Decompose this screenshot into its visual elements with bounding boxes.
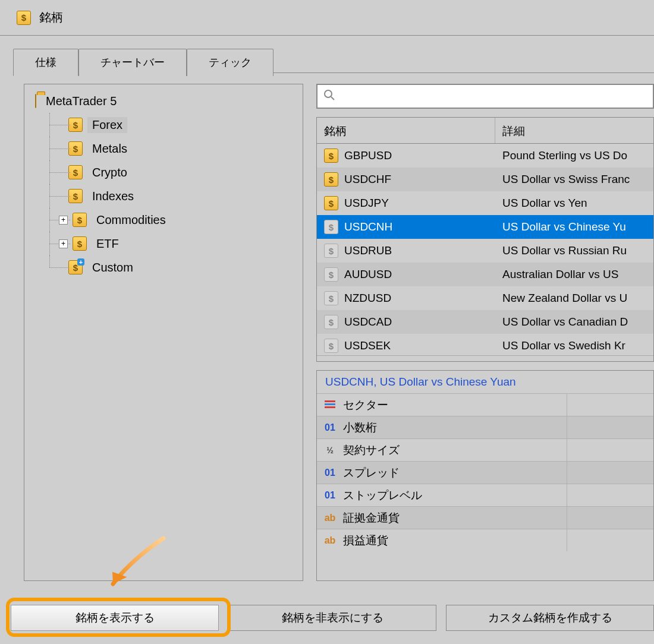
svg-rect-3 xyxy=(325,403,335,405)
tree-root[interactable]: MetaTrader 5 xyxy=(27,89,300,113)
table-row[interactable]: $GBPUSDPound Sterling vs US Do xyxy=(317,144,653,168)
detail-cell: New Zealand Dollar vs U xyxy=(495,292,653,305)
tree-item-crypto[interactable]: $Crypto xyxy=(27,160,300,184)
svg-point-0 xyxy=(325,90,332,97)
show-symbol-button[interactable]: 銘柄を表示する xyxy=(11,605,219,631)
table-row[interactable]: $USDJPYUS Dollar vs Yen xyxy=(317,191,653,215)
detail-cell: Pound Sterling vs US Do xyxy=(495,149,653,162)
column-symbol-header[interactable]: 銘柄 xyxy=(317,118,495,143)
tree-item-label: Commodities xyxy=(92,212,171,228)
property-row[interactable]: 01ストップレベル xyxy=(317,484,653,506)
tree-item-label: Crypto xyxy=(87,165,132,181)
tree-item-forex[interactable]: $Forex xyxy=(27,113,300,137)
tab-body: MetaTrader 5 $Forex$Metals$Crypto$Indexe… xyxy=(13,72,654,592)
tree-item-commodities[interactable]: +$Commodities xyxy=(27,208,300,232)
symbol-cell: $USDJPY xyxy=(317,196,495,210)
expand-button[interactable]: + xyxy=(59,216,68,225)
dollar-icon: $ xyxy=(324,291,338,305)
table-row[interactable]: $USDSEKUS Dollar vs Swedish Kr xyxy=(317,334,653,355)
tree-item-custom[interactable]: $Custom xyxy=(27,255,300,279)
app-icon: $ xyxy=(17,11,31,25)
dollar-icon: $ xyxy=(324,315,338,329)
property-value xyxy=(567,394,653,416)
tree-item-label: Metals xyxy=(87,141,132,157)
table-body: $GBPUSDPound Sterling vs US Do$USDCHFUS … xyxy=(317,144,653,355)
column-detail-header[interactable]: 詳細 xyxy=(495,118,653,143)
tree-item-label: Custom xyxy=(87,260,138,276)
svg-line-1 xyxy=(331,97,334,100)
properties-title: USDCNH, US Dollar vs Chinese Yuan xyxy=(317,371,653,393)
property-value xyxy=(567,416,653,438)
table-row[interactable]: $USDRUBUS Dollar vs Russian Ru xyxy=(317,239,653,263)
symbol-cell: $AUDUSD xyxy=(317,267,495,282)
window-title: 銘柄 xyxy=(39,10,63,26)
dollar-icon: $ xyxy=(324,149,338,163)
tree-item-etf[interactable]: +$ETF xyxy=(27,232,300,255)
property-row[interactable]: ab証拠金通貨 xyxy=(317,506,653,529)
property-label: セクター xyxy=(341,397,567,413)
tab-chartbar[interactable]: チャートバー xyxy=(78,49,187,76)
tree-item-indexes[interactable]: $Indexes xyxy=(27,184,300,208)
svg-rect-4 xyxy=(325,406,335,408)
table-row[interactable]: $USDCADUS Dollar vs Canadian D xyxy=(317,310,653,334)
property-row[interactable]: ½契約サイズ xyxy=(317,438,653,461)
table-scrollbar[interactable] xyxy=(317,355,653,361)
detail-cell: US Dollar vs Swiss Franc xyxy=(495,173,653,186)
symbol-cell: $NZDUSD xyxy=(317,291,495,305)
table-row[interactable]: $NZDUSDNew Zealand Dollar vs U xyxy=(317,286,653,310)
properties-table: USDCNH, US Dollar vs Chinese Yuan セクター01… xyxy=(316,370,654,581)
titlebar: $ 銘柄 xyxy=(0,0,654,36)
svg-rect-2 xyxy=(325,400,335,402)
property-row[interactable]: ab損益通貨 xyxy=(317,529,653,551)
tree-item-metals[interactable]: $Metals xyxy=(27,137,300,160)
right-panel: 銘柄 詳細 $GBPUSDPound Sterling vs US Do$USD… xyxy=(316,84,654,581)
detail-cell: US Dollar vs Canadian D xyxy=(495,315,653,329)
detail-cell: US Dollar vs Chinese Yu xyxy=(495,220,653,233)
tree-item-label: Indexes xyxy=(87,188,139,204)
detail-cell: US Dollar vs Swedish Kr xyxy=(495,339,653,352)
dollar-icon: $ xyxy=(324,244,338,258)
table-row[interactable]: $AUDUSDAustralian Dollar vs US xyxy=(317,263,653,286)
button-bar: 銘柄を表示する 銘柄を非表示にする カスタム銘柄を作成する xyxy=(11,605,654,631)
dollar-icon: $ xyxy=(68,189,83,204)
property-label: 証拠金通貨 xyxy=(341,510,567,526)
property-label: ストップレベル xyxy=(341,488,567,503)
property-type-icon: 01 xyxy=(322,422,338,433)
property-value xyxy=(567,529,653,551)
tab-spec[interactable]: 仕様 xyxy=(13,49,78,76)
search-input[interactable] xyxy=(335,90,647,103)
hide-symbol-button[interactable]: 銘柄を非表示にする xyxy=(228,605,436,631)
property-type-icon: ab xyxy=(322,513,338,523)
tab-tick[interactable]: ティック xyxy=(187,49,273,76)
property-row[interactable]: 01小数桁 xyxy=(317,416,653,438)
tree-root-label: MetaTrader 5 xyxy=(41,93,121,109)
property-label: スプレッド xyxy=(341,465,567,481)
expand-button[interactable]: + xyxy=(59,239,68,248)
property-row[interactable]: 01スプレッド xyxy=(317,461,653,484)
property-type-icon xyxy=(322,399,338,412)
table-row[interactable]: $USDCNHUS Dollar vs Chinese Yu xyxy=(317,215,653,239)
tabs: 仕様 チャートバー ティック xyxy=(13,49,273,76)
property-row[interactable]: セクター xyxy=(317,393,653,416)
property-type-icon: 01 xyxy=(322,468,338,478)
search-box[interactable] xyxy=(316,84,654,109)
table-row[interactable]: $USDCHFUS Dollar vs Swiss Franc xyxy=(317,168,653,191)
symbol-cell: $GBPUSD xyxy=(317,149,495,163)
symbol-cell: $USDCHF xyxy=(317,172,495,187)
tree-item-label: ETF xyxy=(92,236,124,252)
detail-cell: Australian Dollar vs US xyxy=(495,268,653,281)
detail-cell: US Dollar vs Yen xyxy=(495,197,653,210)
dollar-icon: $ xyxy=(324,339,338,353)
dollar-icon: $ xyxy=(73,213,87,228)
tree-item-label: Forex xyxy=(87,117,127,133)
dollar-icon: $ xyxy=(68,165,83,180)
property-value xyxy=(567,484,653,506)
symbol-cell: $USDSEK xyxy=(317,339,495,353)
main-area: 仕様 チャートバー ティック MetaTrader 5 $Forex$Metal… xyxy=(0,36,654,644)
symbol-cell: $USDCAD xyxy=(317,315,495,329)
dollar-icon: $ xyxy=(324,220,338,234)
dollar-icon: $ xyxy=(324,267,338,282)
property-value xyxy=(567,462,653,484)
create-custom-button[interactable]: カスタム銘柄を作成する xyxy=(446,605,654,631)
tree-panel: MetaTrader 5 $Forex$Metals$Crypto$Indexe… xyxy=(24,84,303,581)
